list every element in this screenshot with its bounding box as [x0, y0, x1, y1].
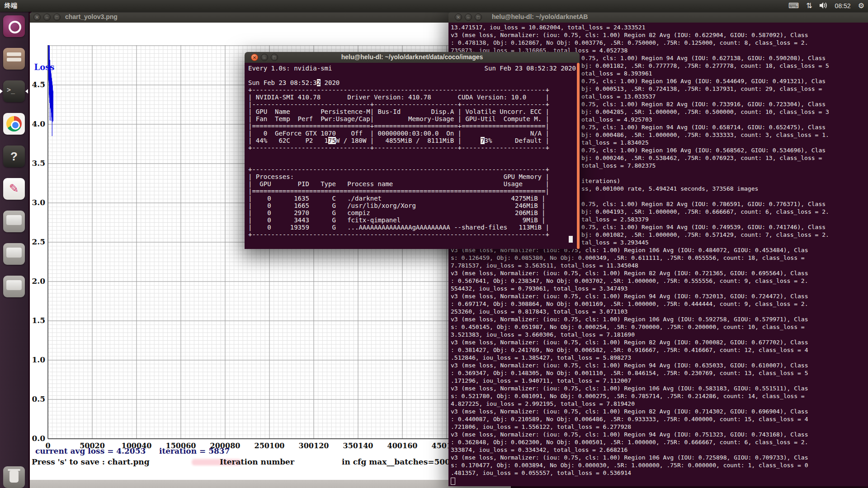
- nvidia-smi-window: ✕ – □ helu@helu-dl: ~/yolo/darknet/data/…: [245, 52, 580, 249]
- training-status-text: current avg loss = 4.2053 iteration = 58…: [35, 446, 230, 455]
- y-tick: 2.0: [30, 277, 45, 286]
- x-axis-label: Iteration number: [220, 457, 294, 466]
- terminal-icon: >_: [7, 86, 15, 94]
- y-tick: 1.5: [30, 316, 45, 325]
- volume-icon[interactable]: [820, 2, 828, 10]
- window-title: helu@helu-dl: ~/yolo/darknet/data/coco/i…: [341, 53, 483, 61]
- disk-icon: [6, 280, 22, 290]
- chart-window-titlebar[interactable]: ✕ – □ chart_yolov3.png: [30, 12, 511, 23]
- session-gear-icon[interactable]: ⚙: [858, 0, 864, 12]
- max-batches-note: in cfg max__batches=500200: [342, 457, 466, 466]
- y-tick: 4.0: [30, 119, 45, 128]
- disk-icon: [6, 215, 22, 225]
- y-tick: 0.5: [30, 394, 45, 404]
- save-hint-text: Press 's' to save : chart.png: [32, 457, 150, 466]
- dock-item-terminal[interactable]: >_: [3, 80, 25, 102]
- running-indicator: [0, 89, 3, 94]
- disk-icon: [6, 248, 22, 258]
- y-tick: 4.5: [30, 80, 45, 89]
- maximize-icon[interactable]: □: [53, 14, 61, 21]
- nvidia-terminal-body[interactable]: Every 1.0s: nvidia-smi Sun Feb 23 08:52:…: [245, 63, 580, 249]
- close-icon[interactable]: ✕: [455, 14, 462, 21]
- close-icon[interactable]: ✕: [33, 14, 41, 21]
- help-icon: ?: [10, 150, 18, 163]
- log-window-titlebar[interactable]: ✕ – □ helu@helu-dl: ~/yolo/darknetAB: [448, 12, 868, 23]
- nvidia-window-titlebar[interactable]: ✕ – □ helu@helu-dl: ~/yolo/darknet/data/…: [245, 52, 580, 63]
- clock[interactable]: 08:52: [835, 2, 851, 9]
- x-tick: 250100: [248, 441, 291, 450]
- x-tick: 400160: [381, 441, 424, 450]
- chromium-hub: [11, 121, 20, 130]
- window-title: chart_yolov3.png: [65, 13, 118, 20]
- dock-item-text-editor[interactable]: ✎: [3, 178, 25, 200]
- dock-item-help[interactable]: ?: [3, 145, 25, 167]
- y-tick: 3.0: [30, 198, 45, 207]
- network-updown-icon[interactable]: ⇅: [806, 0, 812, 12]
- files-icon: [7, 52, 21, 56]
- dock-item-files[interactable]: [3, 48, 25, 70]
- minimize-icon[interactable]: –: [465, 14, 472, 21]
- y-tick: 3.5: [30, 159, 45, 168]
- y-axis-label: Loss: [31, 62, 58, 72]
- terminal-cursor: [569, 236, 573, 243]
- keyboard-layout-icon[interactable]: ⌨: [788, 0, 799, 12]
- minimize-icon[interactable]: –: [261, 54, 268, 61]
- dock-item-disk-1[interactable]: [3, 211, 25, 232]
- unity-launcher: >_ ? ✎: [0, 12, 28, 488]
- maximize-icon[interactable]: □: [475, 14, 482, 21]
- y-tick: 2.5: [30, 237, 45, 246]
- minimize-icon[interactable]: –: [43, 14, 51, 21]
- x-tick: 350140: [336, 441, 380, 450]
- window-title: helu@helu-dl: ~/yolo/darknetAB: [492, 13, 588, 20]
- y-tick: 1.0: [30, 355, 45, 364]
- dock-item-dash[interactable]: [3, 15, 25, 37]
- maximize-icon[interactable]: □: [271, 54, 278, 61]
- pencil-icon: ✎: [9, 182, 19, 195]
- top-panel: 终端 ⌨ ⇅ 08:52 ⚙: [0, 0, 868, 12]
- system-tray: ⌨ ⇅ 08:52 ⚙: [788, 0, 864, 12]
- dock-item-disk-2[interactable]: [3, 243, 25, 265]
- window-bottom-chrome: [30, 480, 511, 488]
- dock-item-trash[interactable]: [3, 466, 25, 488]
- ubuntu-logo-icon: [9, 21, 21, 33]
- trash-can: [9, 471, 19, 483]
- overlay-scrollbar[interactable]: [577, 63, 580, 249]
- focused-indicator: [25, 89, 28, 94]
- dock-item-chromium[interactable]: [3, 113, 25, 135]
- active-app-title: 终端: [5, 2, 17, 10]
- close-icon[interactable]: ✕: [251, 54, 258, 61]
- dock-item-disk-3[interactable]: [3, 276, 25, 297]
- x-tick: 300120: [292, 441, 335, 450]
